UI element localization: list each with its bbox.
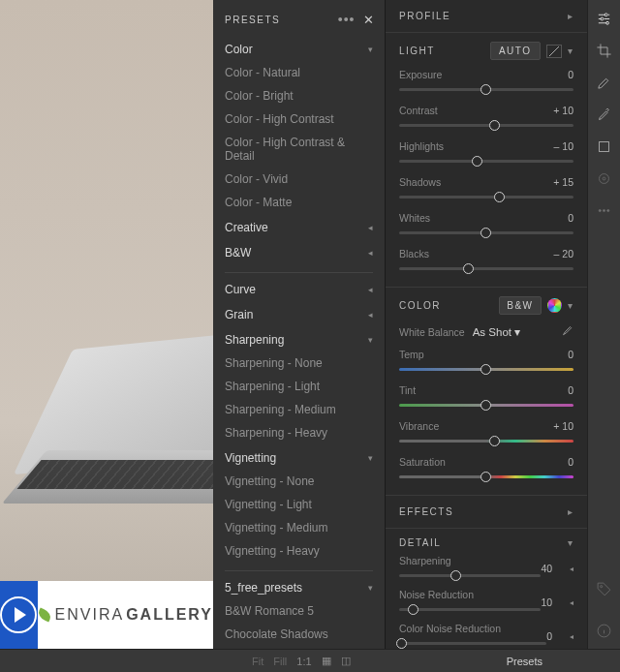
slider-label: Sharpening — [399, 555, 451, 566]
preset-item[interactable]: Sharpening - Medium — [225, 398, 373, 421]
tool-rail — [587, 0, 620, 649]
slider-value: 0 — [568, 349, 574, 360]
edit-sliders-icon[interactable] — [596, 10, 613, 27]
slider-blacks[interactable] — [399, 261, 574, 275]
slider-value: – 20 — [554, 248, 574, 260]
eyedropper-icon[interactable] — [560, 323, 574, 340]
preset-item[interactable]: Color - Vivid — [225, 168, 373, 191]
grid-view-icon[interactable]: ▦ — [322, 655, 331, 667]
preset-item[interactable]: Vignetting - Heavy — [225, 539, 373, 563]
preset-item[interactable]: Chocolate Shadows — [225, 623, 373, 646]
zoom-fit[interactable]: Fit — [252, 656, 264, 667]
preset-group-sharpening[interactable]: Sharpening▾ — [225, 328, 373, 351]
linear-gradient-icon[interactable] — [596, 137, 613, 155]
slider-label: Contrast — [399, 105, 438, 116]
chevron-down-icon[interactable]: ▾ — [568, 300, 574, 311]
slider-value: 0 — [568, 384, 574, 396]
preset-item[interactable]: Sharpening - Light — [225, 375, 373, 398]
slider-exposure[interactable] — [399, 82, 574, 96]
preset-item[interactable]: Color - Bright — [225, 84, 373, 107]
svg-point-2 — [606, 21, 609, 24]
more-icon[interactable] — [596, 201, 613, 219]
disclosure-icon[interactable]: ◂ — [570, 598, 574, 607]
slider-label: Shadows — [399, 176, 441, 188]
color-section-title[interactable]: COLOR — [399, 300, 441, 311]
preset-item[interactable]: Color - High Contrast — [225, 107, 373, 131]
auto-button[interactable]: Auto — [490, 42, 541, 60]
profile-section-title[interactable]: PROFILE — [399, 11, 450, 21]
preset-group-color[interactable]: Color▾ — [225, 38, 373, 61]
detail-section-title[interactable]: DETAIL — [399, 537, 441, 548]
image-canvas: ENVIRAGALLERY — [0, 0, 213, 649]
presets-menu-icon[interactable]: ••• — [338, 12, 356, 27]
slider-contrast[interactable] — [399, 118, 574, 132]
preset-group-creative[interactable]: Creative◂ — [225, 216, 373, 239]
chevron-right-icon[interactable]: ▸ — [568, 11, 574, 21]
slider-color-noise-reduction[interactable] — [399, 636, 546, 649]
svg-rect-3 — [600, 141, 609, 151]
zoom-1to1[interactable]: 1:1 — [296, 656, 311, 667]
crop-icon[interactable] — [596, 42, 613, 59]
slider-shadows[interactable] — [399, 190, 574, 203]
chevron-down-icon[interactable]: ▾ — [568, 537, 574, 548]
slider-highlights[interactable] — [399, 154, 574, 168]
compare-view-icon[interactable]: ◫ — [341, 655, 351, 667]
edit-panel: PROFILE ▸ LIGHT Auto ▾ Exposure0Contrast… — [386, 0, 587, 649]
slider-whites[interactable] — [399, 226, 574, 239]
slider-value: 10 — [541, 596, 552, 608]
presets-toggle-button[interactable]: Presets — [507, 656, 620, 667]
slider-vibrance[interactable] — [399, 434, 574, 447]
healing-brush-icon[interactable] — [596, 74, 613, 91]
slider-tint[interactable] — [399, 398, 574, 412]
slider-value: – 10 — [554, 140, 574, 152]
white-balance-select[interactable]: As Shot ▾ — [473, 325, 520, 339]
preset-item[interactable]: Vignetting - Light — [225, 493, 373, 516]
preset-item[interactable]: Sharpening - Heavy — [225, 421, 373, 444]
effects-section[interactable]: EFFECTS ▸ — [386, 496, 587, 529]
slider-sharpening[interactable] — [399, 568, 541, 582]
preset-item[interactable]: Color - High Contrast & Detail — [225, 131, 373, 168]
disclosure-icon[interactable]: ◂ — [570, 632, 574, 641]
slider-value: + 10 — [553, 105, 574, 116]
preset-item[interactable]: Sharpening - None — [225, 351, 373, 375]
preset-group-vignetting[interactable]: Vignetting▾ — [225, 446, 373, 470]
slider-saturation[interactable] — [399, 470, 574, 483]
slider-value: 0 — [546, 630, 552, 642]
slider-value: + 10 — [553, 420, 574, 432]
preset-item[interactable]: B&W Romance 5 — [225, 599, 373, 623]
zoom-fill[interactable]: Fill — [273, 656, 287, 667]
preset-group-5-free-presets[interactable]: 5_free_presets▾ — [225, 570, 373, 599]
close-icon[interactable]: ✕ — [363, 13, 376, 27]
slider-label: Color Noise Reduction — [399, 623, 501, 634]
radial-gradient-icon[interactable] — [596, 169, 613, 187]
watermark-logo: ENVIRAGALLERY — [0, 581, 213, 649]
disclosure-icon[interactable]: ◂ — [570, 565, 574, 573]
slider-value: 0 — [568, 69, 574, 80]
slider-temp[interactable] — [399, 362, 574, 376]
chevron-down-icon[interactable]: ▾ — [568, 46, 574, 56]
bw-button[interactable]: B&W — [499, 296, 541, 315]
svg-point-5 — [603, 177, 605, 180]
preset-item[interactable]: Color - Natural — [225, 61, 373, 84]
slider-noise-reduction[interactable] — [399, 602, 541, 616]
preset-group-grain[interactable]: Grain◂ — [225, 303, 373, 326]
slider-label: Exposure — [399, 69, 442, 80]
preset-group-curve[interactable]: Curve◂ — [225, 272, 373, 301]
slider-label: Noise Reduction — [399, 589, 474, 600]
info-icon[interactable] — [596, 622, 613, 639]
slider-label: Vibrance — [399, 420, 439, 432]
preset-item[interactable]: Color - Matte — [225, 191, 373, 214]
photo-preview[interactable] — [0, 0, 213, 649]
slider-value: 40 — [541, 563, 552, 574]
light-section-title[interactable]: LIGHT — [399, 46, 435, 56]
slider-value: 0 — [568, 456, 574, 468]
tag-icon[interactable] — [596, 580, 613, 597]
slider-label: Saturation — [399, 456, 446, 468]
color-mixer-icon[interactable] — [547, 298, 562, 313]
slider-value: + 15 — [553, 176, 574, 188]
preset-group-b-w[interactable]: B&W◂ — [225, 241, 373, 264]
tone-curve-icon[interactable] — [546, 45, 562, 58]
brush-icon[interactable] — [596, 106, 613, 123]
preset-item[interactable]: Vignetting - None — [225, 470, 373, 493]
preset-item[interactable]: Vignetting - Medium — [225, 516, 373, 539]
